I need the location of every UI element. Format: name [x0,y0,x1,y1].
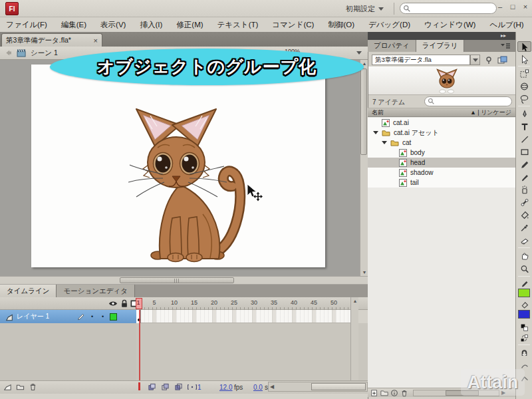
library-document-dropdown-icon[interactable] [470,55,480,65]
deco-tool[interactable] [519,184,529,195]
new-folder-icon[interactable] [380,389,388,396]
tab-properties[interactable]: プロパティ [368,40,416,52]
library-list-header[interactable]: 名前 ▲ | リンケージ [368,108,515,117]
document-tab-close-icon[interactable]: × [94,37,98,45]
menu-help[interactable]: ヘルプ(H) [489,20,523,30]
workspace-switcher[interactable]: 初期設定 [346,3,384,14]
center-frame-icon[interactable] [148,383,156,391]
maximize-button[interactable]: □ [509,3,517,11]
minimize-button[interactable]: – [496,3,504,11]
library-document-select[interactable]: 第3章準備データ.fla [372,55,470,65]
tools-panel [515,32,532,399]
pencil-tool[interactable] [519,159,529,170]
library-item-head-selected[interactable]: head [368,158,515,168]
document-tab[interactable]: 第3章準備データ.fla* × [1,33,102,47]
menu-modify[interactable]: 修正(M) [176,20,203,30]
snap-to-objects-magnet-icon[interactable] [519,347,529,358]
delete-item-trash-icon[interactable] [400,389,408,397]
onion-skin-outlines-icon[interactable] [174,383,183,391]
new-symbol-icon[interactable] [370,389,378,397]
new-library-panel-icon[interactable] [497,56,507,65]
selection-tool[interactable] [517,41,531,52]
properties-icon[interactable] [390,389,398,397]
stroke-color-swatch[interactable] [518,289,530,297]
text-tool[interactable] [519,121,529,132]
menu-file[interactable]: ファイル(F) [6,20,47,30]
disclosure-expanded-icon[interactable] [382,141,387,144]
frames-grid[interactable] [136,310,350,323]
layer-visible-dot[interactable]: • [88,313,96,320]
library-item-shadow[interactable]: shadow [368,168,515,178]
panel-menu-icon[interactable] [500,42,511,50]
timeline-vertical-scrollbar[interactable]: ▲ [350,297,358,380]
menu-window[interactable]: ウィンドウ(W) [424,20,475,30]
tab-timeline[interactable]: タイムライン [0,285,57,297]
fill-color-bucket-icon[interactable] [519,300,529,311]
stroke-color-pencil-icon[interactable] [519,279,529,289]
new-layer-icon[interactable] [3,382,12,391]
black-and-white-icon[interactable] [519,322,529,332]
timeline-scroll-thumb[interactable] [311,383,366,390]
name-column-header[interactable]: 名前 [372,108,384,117]
back-arrow-icon[interactable] [4,49,13,57]
library-item-cat-ai[interactable]: cat.ai [368,118,515,128]
menu-bar: ファイル(F) 編集(E) 表示(V) 挿入(I) 修正(M) テキスト(T) … [0,17,532,33]
onion-skin-icon[interactable] [161,383,170,391]
timeline-frame-ruler[interactable]: 1 5 10 15 20 25 30 35 40 45 50 [136,297,350,310]
fill-color-swatch[interactable] [518,310,530,319]
zoom-tool[interactable] [519,263,529,274]
3d-rotation-tool[interactable] [519,81,529,92]
library-item-cat-folder[interactable]: cat [368,138,515,148]
library-item-body[interactable]: body [368,148,515,158]
lock-layers-icon[interactable] [120,299,128,308]
subselection-tool[interactable] [519,54,529,65]
menu-commands[interactable]: コマンド(C) [272,20,314,30]
scroll-left-icon[interactable]: ◀ [270,384,274,391]
layer-lock-dot[interactable]: • [99,313,106,320]
scene-breadcrumb[interactable]: シーン 1 [31,49,58,58]
menu-insert[interactable]: 挿入(I) [140,20,162,30]
new-folder-icon[interactable] [16,382,25,391]
search-input[interactable] [400,3,497,14]
menu-debug[interactable]: デバッグ(D) [368,20,410,30]
menu-edit[interactable]: 編集(E) [61,20,86,30]
swap-colors-icon[interactable] [519,332,529,343]
brush-tool[interactable] [519,172,529,182]
layer-outline-color-swatch[interactable] [110,313,117,321]
bone-tool[interactable] [519,197,529,207]
disclosure-expanded-icon[interactable] [373,131,378,134]
library-item-cat-ai-assets[interactable]: cat.ai アセット [368,128,515,138]
collapse-panels-icon[interactable]: ▸▸ [501,33,506,39]
menu-control[interactable]: 制御(O) [328,20,354,30]
close-button[interactable]: × [521,3,529,11]
line-tool[interactable] [519,134,529,144]
menu-view[interactable]: 表示(V) [100,20,126,30]
stage-vertical-scroll-thumb[interactable] [360,68,367,155]
sort-ascending-icon: ▲ [470,109,476,116]
delete-layer-trash-icon[interactable] [29,382,37,391]
layer-row[interactable]: レイヤー 1 • • [0,310,136,323]
lasso-tool[interactable] [519,94,529,104]
library-preview-cat-head [435,68,459,94]
free-transform-tool[interactable] [519,68,529,79]
hand-tool[interactable] [519,250,529,261]
tab-library[interactable]: ライブラリ [416,40,465,52]
frame-rate-value[interactable]: 12.0 [219,384,232,391]
pen-tool[interactable] [519,108,529,119]
cat-artwork[interactable] [128,106,255,269]
library-item-tail[interactable]: tail [368,178,515,188]
menu-text[interactable]: テキスト(T) [217,20,259,30]
eyedropper-tool[interactable] [519,222,529,233]
status-playhead-tick [138,382,140,390]
frames-empty-area [136,323,368,380]
edit-multiple-frames-icon[interactable] [188,383,197,391]
paint-bucket-tool[interactable] [519,209,529,220]
zoom-dropdown-icon[interactable] [356,51,362,55]
pin-library-icon[interactable] [484,56,493,65]
eraser-tool[interactable] [519,235,529,245]
library-search-input[interactable] [424,96,512,106]
tab-motion-editor[interactable]: モーションエディタ [57,285,134,297]
rectangle-tool[interactable] [519,146,529,157]
pasteboard[interactable] [0,60,368,276]
show-hide-layers-icon[interactable] [108,300,118,307]
